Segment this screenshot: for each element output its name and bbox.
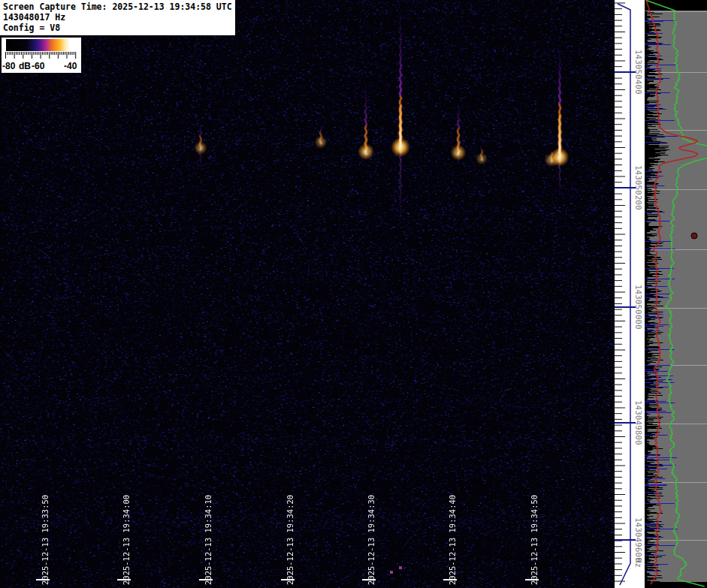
frequency-axis-label: 143049600 [633, 517, 643, 562]
capture-info-box: Screen Capture Time: 2025-12-13 19:34:58… [0, 0, 235, 35]
spectrum-graph-panel[interactable] [645, 0, 707, 588]
center-frequency-text: 143048017 Hz [3, 12, 235, 23]
capture-time-text: Screen Capture Time: 2025-12-13 19:34:58… [3, 2, 235, 12]
frequency-axis-label: 143050000 [633, 285, 643, 330]
config-text: Config = V8 [3, 23, 235, 33]
time-axis-label: 2025-12-13 19:34:20 [286, 495, 295, 585]
time-axis-label: 2025-12-13 19:33:50 [41, 495, 50, 585]
scale-max-label: -40 [64, 61, 77, 71]
frequency-axis-label: 143049800 [633, 400, 643, 445]
scale-min-label: -80 [2, 61, 15, 71]
spectrum-lab-window: Screen Capture Time: 2025-12-13 19:34:58… [0, 0, 707, 588]
time-axis-label: 2025-12-13 19:34:40 [448, 495, 457, 585]
time-axis-label: 2025-12-13 19:34:00 [122, 495, 131, 585]
waterfall-display[interactable] [0, 0, 615, 588]
time-axis-label: 2025-12-13 19:34:50 [530, 495, 539, 585]
color-scale-legend: -80 dB -60 -40 [2, 38, 81, 73]
frequency-axis-label: 143050200 [633, 165, 643, 210]
frequency-axis-label: 143050400 [633, 50, 643, 95]
time-axis-label: 2025-12-13 19:34:30 [367, 495, 376, 585]
scale-mid-label: -60 [32, 61, 44, 71]
scale-unit-label: dB [19, 61, 31, 71]
color-scale-gradient [6, 39, 74, 51]
color-scale-ruler [5, 52, 78, 60]
frequency-axis[interactable]: 1430504001430502001430500001430498001430… [615, 0, 645, 588]
time-axis-label: 2025-12-13 19:34:10 [204, 495, 213, 585]
frequency-axis-unit: Hz [633, 558, 643, 568]
